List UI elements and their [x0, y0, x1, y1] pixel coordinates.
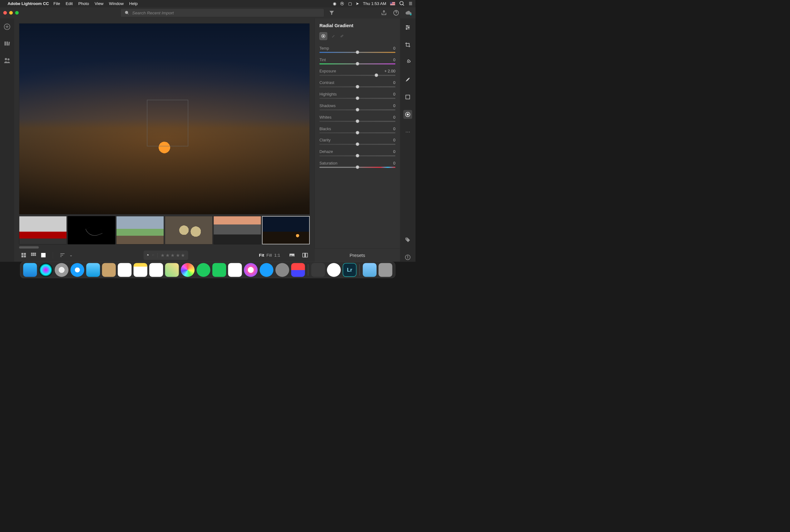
slider-track[interactable]	[319, 132, 395, 133]
slider-thumb[interactable]	[356, 85, 359, 89]
slider-track[interactable]	[319, 167, 395, 168]
dock-downloads-icon[interactable]	[363, 263, 377, 277]
flag-pick-icon[interactable]: ⚑	[147, 253, 149, 256]
presets-button[interactable]: Presets	[315, 248, 400, 262]
star-icon[interactable]: ★	[166, 252, 170, 258]
zoom-fill[interactable]: Fill	[266, 252, 272, 258]
star-icon[interactable]: ★	[181, 252, 185, 258]
dock-news-icon[interactable]	[228, 263, 242, 277]
show-original-icon[interactable]	[289, 252, 295, 258]
dock-appstore-icon[interactable]	[260, 263, 273, 277]
filter-icon[interactable]	[329, 10, 335, 16]
filmstrip-thumb[interactable]	[165, 216, 213, 244]
dock-photos-icon[interactable]	[181, 263, 194, 277]
add-photos-button[interactable]	[4, 23, 11, 30]
menu-photo[interactable]: Photo	[78, 1, 89, 6]
more-icon[interactable]: ⋯	[403, 127, 412, 136]
slider-track[interactable]	[319, 98, 395, 99]
compare-view-icon[interactable]	[302, 252, 308, 258]
dock-system-preferences-icon[interactable]	[276, 263, 289, 277]
creative-cloud-icon[interactable]: ◉	[333, 1, 336, 6]
filmstrip-thumb[interactable]	[19, 216, 67, 244]
window-minimize-button[interactable]	[9, 11, 13, 15]
menu-file[interactable]: File	[53, 1, 60, 6]
healing-brush-icon[interactable]	[403, 58, 412, 66]
status-icon[interactable]: ⦿	[340, 1, 344, 6]
photo-canvas[interactable]	[19, 23, 310, 214]
app-name[interactable]: Adobe Lightroom CC	[7, 1, 49, 6]
dock-contacts-icon[interactable]	[102, 263, 116, 277]
slider-track[interactable]	[319, 75, 395, 76]
menu-window[interactable]: Window	[109, 1, 124, 6]
share-icon[interactable]	[381, 10, 387, 16]
help-icon[interactable]	[393, 10, 399, 16]
filmstrip-thumb-selected[interactable]	[262, 216, 310, 244]
star-rating[interactable]: ★ ★ ★ ★ ★	[161, 252, 185, 258]
dock-launchpad-icon[interactable]	[55, 263, 69, 277]
info-icon[interactable]	[403, 253, 412, 262]
slider-track[interactable]	[319, 87, 395, 88]
notification-center-icon[interactable]: ☰	[409, 1, 413, 6]
star-icon[interactable]: ★	[170, 252, 174, 258]
detail-view-icon[interactable]	[40, 252, 46, 258]
my-photos-icon[interactable]	[4, 40, 11, 47]
slider-track[interactable]	[319, 109, 395, 110]
dock-reminders-icon[interactable]	[149, 263, 163, 277]
square-grid-icon[interactable]	[31, 252, 37, 258]
star-icon[interactable]: ★	[161, 252, 165, 258]
dock-calendar-icon[interactable]	[118, 263, 131, 277]
keywords-tag-icon[interactable]	[403, 235, 412, 244]
input-source-flag-icon[interactable]	[390, 2, 395, 5]
spotlight-icon[interactable]	[399, 1, 405, 6]
filmstrip-thumb[interactable]	[68, 216, 115, 244]
flag-reject-icon[interactable]: ⚐	[152, 253, 154, 256]
status-icon-2[interactable]: ➤	[356, 1, 359, 6]
slider-thumb[interactable]	[356, 108, 359, 112]
menu-edit[interactable]: Edit	[65, 1, 73, 6]
zoom-fit[interactable]: Fit	[259, 252, 264, 258]
slider-thumb[interactable]	[375, 73, 378, 77]
menu-help[interactable]: Help	[129, 1, 138, 6]
filmstrip-thumb[interactable]	[116, 216, 164, 244]
dock-app-icon[interactable]	[327, 263, 341, 277]
dock-app-icon[interactable]	[291, 263, 305, 277]
search-input[interactable]: Search Recent Import	[120, 8, 324, 17]
edit-sliders-icon[interactable]	[403, 23, 412, 32]
dock-maps-icon[interactable]	[165, 263, 179, 277]
slider-track[interactable]	[319, 121, 395, 122]
menu-view[interactable]: View	[95, 1, 104, 6]
crop-icon[interactable]	[403, 40, 412, 49]
star-icon[interactable]: ★	[176, 252, 180, 258]
radial-new-button[interactable]	[319, 32, 327, 40]
grid-view-icon[interactable]	[21, 252, 26, 258]
slider-thumb[interactable]	[356, 62, 359, 65]
slider-thumb[interactable]	[356, 50, 359, 54]
dock-lightroom-icon[interactable]	[343, 263, 357, 277]
window-close-button[interactable]	[3, 11, 7, 15]
brush-icon[interactable]	[403, 75, 412, 84]
window-maximize-button[interactable]	[15, 11, 19, 15]
dock-facetime-icon[interactable]	[212, 263, 226, 277]
sort-dropdown-icon[interactable]: ⌄	[69, 253, 73, 258]
cloud-sync-icon[interactable]	[405, 10, 412, 16]
dock-finder-icon[interactable]	[23, 263, 37, 277]
slider-thumb[interactable]	[356, 142, 359, 146]
slider-thumb[interactable]	[356, 131, 359, 135]
dock-imovie-icon[interactable]	[311, 263, 325, 277]
zoom-1-1[interactable]: 1:1	[274, 252, 280, 258]
slider-track[interactable]	[319, 155, 395, 156]
airplay-icon[interactable]: ▢	[348, 1, 352, 6]
radial-gradient-icon[interactable]	[403, 110, 412, 119]
menubar-clock[interactable]: Thu 1:53 AM	[363, 1, 386, 6]
dock-trash-icon[interactable]	[378, 263, 392, 277]
sort-icon[interactable]	[60, 252, 65, 258]
slider-thumb[interactable]	[356, 96, 359, 100]
slider-thumb[interactable]	[356, 119, 359, 123]
slider-track[interactable]	[319, 52, 395, 53]
slider-track[interactable]	[319, 63, 395, 64]
dock-safari-icon[interactable]	[71, 263, 84, 277]
linear-gradient-icon[interactable]	[403, 93, 412, 101]
dock-messages-icon[interactable]	[197, 263, 210, 277]
slider-track[interactable]	[319, 144, 395, 145]
dock-siri-icon[interactable]	[39, 263, 53, 277]
